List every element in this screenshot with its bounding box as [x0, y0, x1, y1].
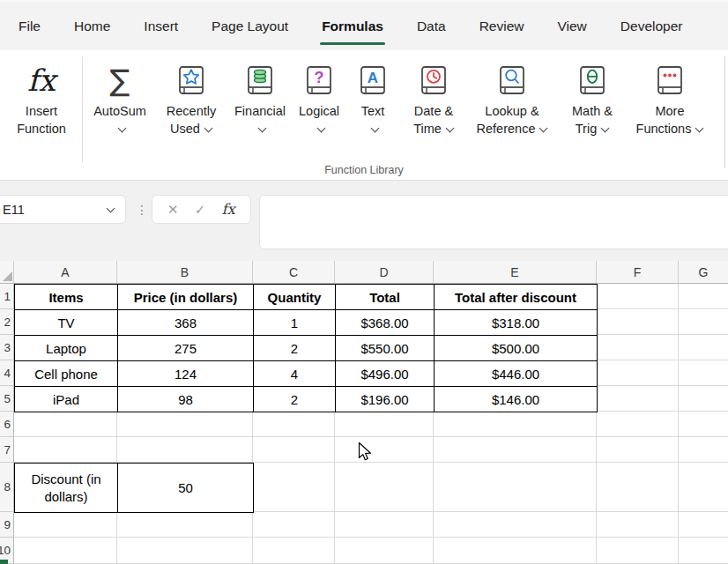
- cell-c2[interactable]: 1: [254, 310, 336, 336]
- row-header-7[interactable]: 7: [0, 437, 14, 463]
- cell-d4[interactable]: $496.00: [336, 361, 435, 387]
- grid-cell[interactable]: [117, 538, 253, 564]
- grid-cell[interactable]: [117, 512, 253, 538]
- tab-formulas[interactable]: Formulas: [305, 2, 400, 50]
- recently-used-button[interactable]: Recently Used: [154, 50, 228, 180]
- cell-b3[interactable]: 275: [118, 336, 254, 361]
- column-header-F[interactable]: F: [597, 261, 679, 284]
- cancel-icon[interactable]: ✕: [167, 202, 179, 218]
- tab-insert[interactable]: Insert: [127, 2, 195, 50]
- grid-cell[interactable]: [14, 437, 117, 463]
- cell-d1[interactable]: Total: [336, 285, 435, 310]
- column-header-E[interactable]: E: [434, 261, 597, 284]
- grid-cell[interactable]: [335, 538, 434, 564]
- tab-file[interactable]: File: [2, 2, 57, 50]
- cell-b1[interactable]: Price (in dollars): [118, 285, 254, 310]
- grid-cell[interactable]: [253, 512, 335, 538]
- cell-d5[interactable]: $196.00: [336, 387, 435, 412]
- lookup-reference-button[interactable]: Lookup & Reference: [468, 50, 556, 180]
- grid-cell[interactable]: [434, 463, 597, 512]
- row-header-5[interactable]: 5: [0, 386, 14, 412]
- grid-cell[interactable]: [117, 412, 253, 437]
- cell-a8-discount-label[interactable]: Discount (in dollars): [15, 464, 118, 513]
- tab-review[interactable]: Review: [463, 2, 541, 50]
- grid-cell[interactable]: [679, 360, 728, 386]
- grid-cell[interactable]: [597, 360, 679, 386]
- insert-function-button[interactable]: fx Insert Function: [4, 50, 79, 180]
- cell-c3[interactable]: 2: [254, 336, 336, 361]
- grid-cell[interactable]: [597, 412, 679, 437]
- date-time-button[interactable]: Date & Time: [399, 50, 468, 180]
- row-header-6[interactable]: 6: [0, 412, 14, 437]
- cell-b8-discount-value[interactable]: 50: [118, 464, 254, 513]
- grid-cell[interactable]: [117, 437, 253, 463]
- text-button[interactable]: A Text: [346, 50, 399, 180]
- column-header-C[interactable]: C: [253, 261, 335, 284]
- row-header-2[interactable]: 2: [0, 309, 14, 335]
- cell-d3[interactable]: $550.00: [336, 336, 435, 361]
- grid-cell[interactable]: [335, 412, 434, 437]
- cell-b2[interactable]: 368: [118, 310, 254, 336]
- tab-home[interactable]: Home: [57, 2, 127, 50]
- grid-cell[interactable]: [597, 437, 679, 463]
- grid-cell[interactable]: [679, 412, 728, 437]
- cell-c1[interactable]: Quantity: [254, 285, 336, 310]
- formula-input[interactable]: [259, 195, 728, 249]
- cell-d2[interactable]: $368.00: [336, 310, 435, 336]
- grid-cell[interactable]: [679, 335, 728, 360]
- tab-page-layout[interactable]: Page Layout: [195, 2, 305, 50]
- grid-cell[interactable]: [597, 309, 679, 335]
- grid-cell[interactable]: [434, 512, 597, 538]
- grid-cell[interactable]: [253, 437, 335, 463]
- financial-button[interactable]: Financial: [228, 50, 292, 180]
- grid-cell[interactable]: [679, 309, 728, 335]
- grid-cell[interactable]: [253, 463, 335, 512]
- grid-cell[interactable]: [679, 284, 728, 309]
- cell-e1[interactable]: Total after discount: [435, 285, 598, 310]
- grid-cell[interactable]: [597, 538, 679, 564]
- cell-a2[interactable]: TV: [15, 310, 118, 336]
- grid-cell[interactable]: [253, 538, 335, 564]
- cell-c5[interactable]: 2: [254, 387, 336, 412]
- more-functions-button[interactable]: More Functions: [628, 50, 711, 180]
- row-header-4[interactable]: 4: [0, 360, 14, 386]
- grid-cell[interactable]: [253, 412, 335, 437]
- cell-e4[interactable]: $446.00: [435, 361, 598, 387]
- grid-cell[interactable]: [679, 386, 728, 412]
- grid-cell[interactable]: [679, 512, 728, 538]
- row-header-3[interactable]: 3: [0, 335, 14, 360]
- row-header-9[interactable]: 9: [0, 512, 14, 538]
- grid-cell[interactable]: [679, 463, 728, 512]
- autosum-button[interactable]: ∑ AutoSum: [85, 50, 154, 180]
- grid-cell[interactable]: [14, 538, 117, 564]
- column-header-G[interactable]: G: [679, 261, 728, 284]
- column-header-B[interactable]: B: [117, 261, 253, 284]
- grid-cell[interactable]: [434, 538, 597, 564]
- grid-cell[interactable]: [434, 412, 597, 437]
- cell-a4[interactable]: Cell phone: [15, 361, 118, 387]
- column-header-A[interactable]: A: [14, 261, 117, 284]
- row-header-8[interactable]: 8: [0, 463, 14, 512]
- row-header-1[interactable]: 1: [0, 284, 14, 309]
- select-all-corner[interactable]: [0, 261, 14, 284]
- logical-button[interactable]: ? Logical: [292, 50, 346, 180]
- grid-cell[interactable]: [335, 437, 434, 463]
- cell-b5[interactable]: 98: [118, 387, 254, 412]
- cell-b4[interactable]: 124: [118, 361, 254, 387]
- grid-cell[interactable]: [679, 437, 728, 463]
- grid-cell[interactable]: [14, 512, 117, 538]
- cell-e3[interactable]: $500.00: [435, 336, 598, 361]
- grid-cell[interactable]: [14, 412, 117, 437]
- grid-cell[interactable]: [597, 284, 679, 309]
- tab-data[interactable]: Data: [400, 2, 463, 50]
- cell-a3[interactable]: Laptop: [15, 336, 118, 361]
- grid-cell[interactable]: [434, 437, 597, 463]
- grid-cell[interactable]: [679, 538, 728, 564]
- cell-a1[interactable]: Items: [15, 285, 118, 310]
- enter-icon[interactable]: ✓: [195, 202, 206, 218]
- name-box[interactable]: E11: [0, 195, 126, 224]
- grid-cell[interactable]: [597, 335, 679, 360]
- tab-view[interactable]: View: [541, 2, 604, 50]
- grid-cell[interactable]: [597, 386, 679, 412]
- math-trig-button[interactable]: Math & Trig: [556, 50, 628, 180]
